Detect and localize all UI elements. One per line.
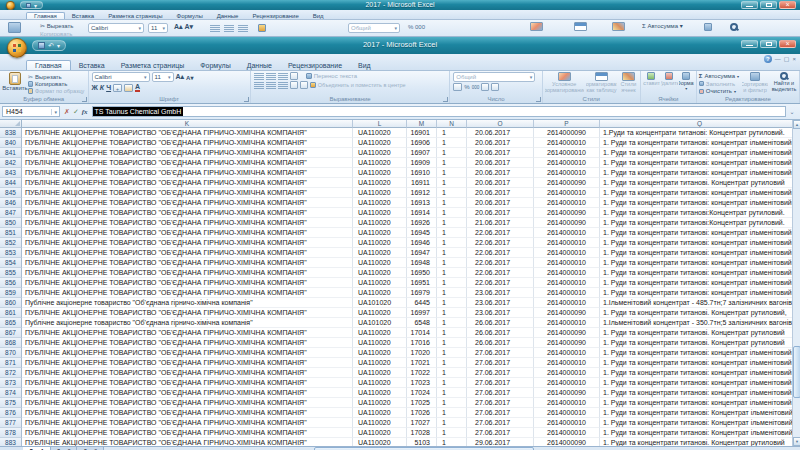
vertical-scrollbar[interactable]: ▲ ▼ [792, 120, 800, 446]
decrease-decimal-icon[interactable] [491, 83, 499, 91]
cell-K[interactable]: ПУБЛІЧНЕ АКЦІОНЕРНЕ ТОВАРИСТВО "ОБ'ЄДНАН… [22, 428, 353, 438]
scrollbar-thumb[interactable] [793, 346, 800, 398]
percent-style-icon[interactable]: % [464, 84, 469, 90]
cell-N[interactable]: 1 [437, 198, 467, 208]
cell-M[interactable]: 16950 [407, 268, 437, 278]
cell-L[interactable]: UA110020 [353, 148, 407, 158]
copy-button[interactable]: Копировать [28, 81, 84, 87]
cell-L[interactable]: UA110020 [353, 358, 407, 368]
cell-N[interactable]: 1 [437, 258, 467, 268]
tab-вставка[interactable]: Вставка [65, 13, 101, 19]
cell-L[interactable]: UA110020 [353, 238, 407, 248]
row-number[interactable]: 870 [0, 348, 22, 358]
row-number[interactable]: 838 [0, 128, 22, 138]
accounting-format-icon[interactable] [453, 83, 462, 91]
cell-styles-button[interactable]: Стили ячеек [619, 72, 638, 95]
cell-N[interactable]: 1 [437, 248, 467, 258]
row-number[interactable]: 851 [0, 228, 22, 238]
conditional-formatting-icon[interactable] [530, 22, 543, 31]
cell-P[interactable]: 2614000010 [534, 418, 600, 428]
cell-O[interactable]: 29.06.2017 [467, 438, 534, 446]
grow-font-icon[interactable]: А▴ А▾ [174, 23, 193, 31]
cell-M[interactable]: 16912 [407, 188, 437, 198]
cell-M[interactable]: 16947 [407, 248, 437, 258]
cell-L[interactable]: UA110020 [353, 168, 407, 178]
cell-P[interactable]: 2614000090 [534, 388, 600, 398]
cell-Q[interactable]: 1. Руди та концентрати титанові: концент… [600, 238, 800, 248]
row-number[interactable]: 844 [0, 178, 22, 188]
cell-L[interactable]: UA110020 [353, 438, 407, 446]
cell-Q[interactable]: 1. Руди та концентрати титанові. Концент… [600, 308, 800, 318]
cell-K[interactable]: ПУБЛІЧНЕ АКЦІОНЕРНЕ ТОВАРИСТВО "ОБ'ЄДНАН… [22, 278, 353, 288]
cell-Q[interactable]: 1. Руди та концентрати титанові: концент… [600, 358, 800, 368]
cell-K[interactable]: ПУБЛІЧНЕ АКЦІОНЕРНЕ ТОВАРИСТВО "ОБ'ЄДНАН… [22, 308, 353, 318]
column-header-M[interactable]: M [407, 120, 437, 128]
cell-P[interactable]: 2614000010 [534, 168, 600, 178]
cell-M[interactable]: 17020 [407, 348, 437, 358]
align-center-icon[interactable] [266, 82, 276, 89]
cell-Q[interactable]: 1. Руди та концентрати титанові:Концентр… [600, 218, 800, 228]
cell-N[interactable]: 1 [437, 288, 467, 298]
cell-L[interactable]: UA110020 [353, 248, 407, 258]
row-number[interactable]: 867 [0, 328, 22, 338]
sort-filter-icon[interactable] [704, 23, 712, 31]
cell-M[interactable]: 17024 [407, 388, 437, 398]
cell-P[interactable]: 2614000010 [534, 148, 600, 158]
cell-N[interactable]: 1 [437, 418, 467, 428]
cell-N[interactable]: 1 [437, 318, 467, 328]
cancel-icon[interactable]: ✗ [64, 108, 70, 116]
cell-K[interactable]: ПУБЛІЧНЕ АКЦІОНЕРНЕ ТОВАРИСТВО "ОБ'ЄДНАН… [22, 398, 353, 408]
format-cells-button[interactable]: Формат▾ [679, 72, 694, 95]
cell-Q[interactable]: 1.Руди та концентрати титанові: Концентр… [600, 128, 800, 138]
row-number[interactable]: 865 [0, 318, 22, 328]
cell-Q[interactable]: 1. Руди та концентрати титанові:Концентр… [600, 208, 800, 218]
fill-button[interactable]: Заполнить [699, 81, 739, 87]
cell-L[interactable]: UA110020 [353, 258, 407, 268]
find-select-icon[interactable] [730, 23, 738, 31]
dialog-launcher-icon[interactable] [82, 97, 87, 102]
cell-N[interactable]: 1 [437, 218, 467, 228]
cell-Q[interactable]: 1. Руди та концентрати титанові: концент… [600, 388, 800, 398]
cut-button[interactable]: ✂Вырезать [28, 73, 84, 80]
cell-L[interactable]: UA110020 [353, 308, 407, 318]
cell-N[interactable]: 1 [437, 358, 467, 368]
tab-разметка страницы[interactable]: Разметка страницы [113, 61, 193, 70]
workbook-minimize-icon[interactable]: — [775, 55, 781, 63]
cell-M[interactable]: 16951 [407, 278, 437, 288]
cell-K[interactable]: ПУБЛІЧНЕ АКЦІОНЕРНЕ ТОВАРИСТВО "ОБ'ЄДНАН… [22, 388, 353, 398]
align-icon[interactable] [224, 25, 234, 32]
name-box[interactable]: H454 ▾ [2, 106, 60, 117]
enter-icon[interactable]: ✓ [73, 108, 79, 116]
cell-K[interactable]: ПУБЛІЧНЕ АКЦІОНЕРНЕ ТОВАРИСТВО "ОБ'ЄДНАН… [22, 358, 353, 368]
cell-M[interactable]: 16911 [407, 178, 437, 188]
font-size-select[interactable]: 11▾ [148, 23, 168, 33]
merge-icon[interactable] [258, 24, 266, 32]
cell-O[interactable]: 20.06.2017 [467, 138, 534, 148]
cell-K[interactable]: ПУБЛІЧНЕ АКЦІОНЕРНЕ ТОВАРИСТВО "ОБ'ЄДНАН… [22, 228, 353, 238]
name-box-dropdown-icon[interactable]: ▾ [51, 109, 59, 115]
cell-Q[interactable]: 1. Руди та концентрати титанові: концент… [600, 398, 800, 408]
cell-N[interactable]: 1 [437, 398, 467, 408]
cell-O[interactable]: 22.06.2017 [467, 258, 534, 268]
cell-L[interactable]: UA110020 [353, 158, 407, 168]
cell-Q[interactable]: 1. Руди та концентрати титанові: концент… [600, 138, 800, 148]
row-number[interactable]: 875 [0, 398, 22, 408]
cell-M[interactable]: 17026 [407, 408, 437, 418]
back-title-bar[interactable]: ▾ 2017 - Microsoft Excel × [0, 0, 800, 10]
cell-L[interactable]: UA101020 [353, 318, 407, 328]
cell-N[interactable]: 1 [437, 268, 467, 278]
cell-K[interactable]: ПУБЛІЧНЕ АКЦІОНЕРНЕ ТОВАРИСТВО "ОБ'ЄДНАН… [22, 328, 353, 338]
column-header-O[interactable]: O [467, 120, 534, 128]
row-number[interactable]: 856 [0, 278, 22, 288]
cell-L[interactable]: UA110020 [353, 178, 407, 188]
cell-L[interactable]: UA110020 [353, 228, 407, 238]
cell-O[interactable]: 27.06.2017 [467, 408, 534, 418]
column-header-P[interactable]: P [534, 120, 600, 128]
paste-button[interactable]: Вставить [2, 72, 28, 95]
cell-N[interactable]: 1 [437, 388, 467, 398]
cell-P[interactable]: 2614000010 [534, 288, 600, 298]
cell-K[interactable]: ПУБЛІЧНЕ АКЦІОНЕРНЕ ТОВАРИСТВО "ОБ'ЄДНАН… [22, 178, 353, 188]
cell-K[interactable]: ПУБЛІЧНЕ АКЦІОНЕРНЕ ТОВАРИСТВО "ОБ'ЄДНАН… [22, 138, 353, 148]
underline-button[interactable]: Ч [106, 84, 111, 91]
cell-M[interactable]: 17021 [407, 358, 437, 368]
